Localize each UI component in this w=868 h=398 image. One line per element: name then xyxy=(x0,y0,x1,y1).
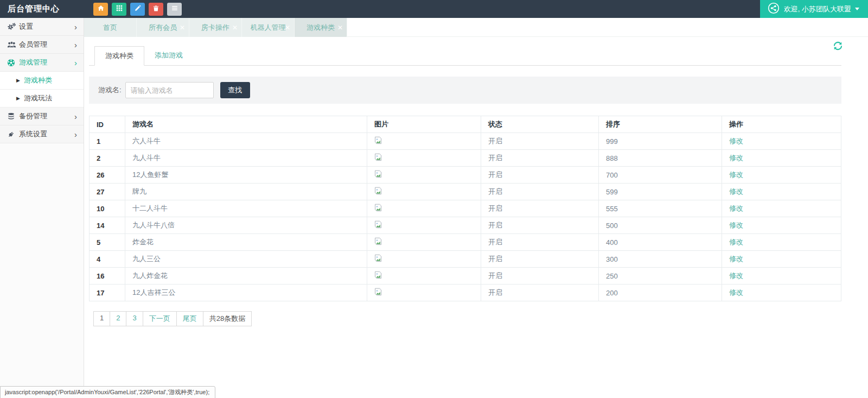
cell-image xyxy=(367,133,481,150)
broken-image-icon xyxy=(374,172,382,180)
sidebar-item[interactable]: 会员管理› xyxy=(0,36,84,54)
cell-id: 17 xyxy=(90,285,125,301)
cell-sort: 500 xyxy=(599,217,722,234)
open-tab[interactable]: 机器人管理✕ xyxy=(242,18,295,37)
cell-action: 修改 xyxy=(722,167,841,184)
sidebar-item[interactable]: 游戏管理› xyxy=(0,54,84,72)
pagination-last[interactable]: 尾页 xyxy=(176,311,203,326)
cell-image xyxy=(367,251,481,268)
open-tabs-bar: 首页所有会员✕房卡操作✕机器人管理✕游戏种类✕ xyxy=(84,18,868,37)
search-bar: 游戏名: 查找 xyxy=(89,77,841,104)
sidebar-item-label: 游戏管理 xyxy=(19,58,74,67)
pagination-next[interactable]: 下一页 xyxy=(143,311,177,326)
broken-image-icon xyxy=(374,222,382,230)
open-tab[interactable]: 房卡操作✕ xyxy=(189,18,242,37)
cell-image xyxy=(367,200,481,217)
edit-link[interactable]: 修改 xyxy=(729,255,743,263)
close-icon[interactable]: ✕ xyxy=(232,24,238,31)
open-tab-label: 机器人管理 xyxy=(251,23,286,33)
edit-link[interactable]: 修改 xyxy=(729,187,743,195)
edit-link[interactable]: 修改 xyxy=(729,137,743,145)
cell-image xyxy=(367,167,481,184)
topbar-quick-buttons xyxy=(93,3,182,16)
open-tab[interactable]: 首页 xyxy=(84,18,137,37)
cell-game-name: 九人炸金花 xyxy=(125,268,367,285)
cell-status: 开启 xyxy=(481,268,599,285)
cell-sort: 200 xyxy=(599,285,722,301)
pagination-page-1: 1 xyxy=(93,311,110,326)
cell-game-name: 九人斗牛 xyxy=(125,150,367,167)
edit-link[interactable]: 修改 xyxy=(729,271,743,280)
table-row: 1712人吉祥三公开启200修改 xyxy=(90,285,841,301)
gear-icon xyxy=(7,22,19,31)
search-label: 游戏名: xyxy=(98,85,122,95)
table-row: 2612人鱼虾蟹开启700修改 xyxy=(90,167,841,184)
sidebar-subitem-label: 游戏种类 xyxy=(24,75,52,85)
edit-link[interactable]: 修改 xyxy=(729,238,743,246)
cell-sort: 300 xyxy=(599,251,722,268)
cell-game-name: 12人吉祥三公 xyxy=(125,285,367,301)
cell-sort: 250 xyxy=(599,268,722,285)
sidebar-item-label: 备份管理 xyxy=(19,111,74,121)
trash-button[interactable] xyxy=(149,3,163,16)
cell-game-name: 九人三公 xyxy=(125,251,367,268)
column-header: 操作 xyxy=(722,116,841,133)
broken-image-icon xyxy=(374,155,382,163)
sidebar-subitem[interactable]: ▶游戏种类 xyxy=(0,72,84,90)
edit-link[interactable]: 修改 xyxy=(729,154,743,162)
cell-image xyxy=(367,150,481,167)
chevron-right-icon: › xyxy=(74,112,77,121)
user-menu[interactable]: 欢迎, 小苏团队大联盟 xyxy=(760,0,868,18)
content-panel: 游戏种类添加游戏 游戏名: 查找 ID游戏名图片状态排序操作 1六人斗牛开启99… xyxy=(84,37,868,326)
content-tabs: 游戏种类添加游戏 xyxy=(89,46,841,66)
edit-link[interactable]: 修改 xyxy=(729,221,743,229)
home-button[interactable] xyxy=(93,3,108,16)
broken-image-icon xyxy=(374,205,382,213)
grid-icon xyxy=(116,4,123,14)
refresh-icon[interactable] xyxy=(833,41,843,53)
cell-action: 修改 xyxy=(722,133,841,150)
cell-action: 修改 xyxy=(722,200,841,217)
sidebar-item[interactable]: 系统设置› xyxy=(0,125,84,143)
table-row: 10十二人斗牛开启555修改 xyxy=(90,200,841,217)
open-tab[interactable]: 所有会员✕ xyxy=(137,18,189,37)
content-tab[interactable]: 游戏种类 xyxy=(94,46,144,66)
open-tab-label: 首页 xyxy=(103,23,117,33)
list-button[interactable] xyxy=(167,3,182,16)
trash-icon xyxy=(152,5,159,14)
edit-link[interactable]: 修改 xyxy=(729,204,743,212)
pagination-page-3[interactable]: 3 xyxy=(126,311,143,326)
cell-status: 开启 xyxy=(481,217,599,234)
cell-action: 修改 xyxy=(722,184,841,200)
edit-link[interactable]: 修改 xyxy=(729,170,743,179)
pencil-button[interactable] xyxy=(130,3,145,16)
share-circle-icon xyxy=(768,2,784,16)
sidebar-item-label: 设置 xyxy=(19,22,74,31)
broken-image-icon xyxy=(374,188,382,197)
welcome-text: 欢迎, 小苏团队大联盟 xyxy=(784,4,851,14)
sidebar-item[interactable]: 设置› xyxy=(0,18,84,36)
open-tab[interactable]: 游戏种类✕ xyxy=(295,18,347,37)
topbar: 后台管理中心 欢迎, 小苏团队大联盟 xyxy=(0,0,868,18)
sidebar-subitem[interactable]: ▶游戏玩法 xyxy=(0,90,84,108)
users-icon xyxy=(7,41,19,48)
cell-action: 修改 xyxy=(722,150,841,167)
search-input[interactable] xyxy=(125,82,214,98)
close-icon[interactable]: ✕ xyxy=(337,24,343,31)
content-tab[interactable]: 添加游戏 xyxy=(144,46,193,66)
search-button[interactable]: 查找 xyxy=(220,82,250,98)
sidebar: 设置›会员管理›游戏管理›▶游戏种类▶游戏玩法备份管理›系统设置› xyxy=(0,18,84,398)
cell-id: 16 xyxy=(90,268,125,285)
table-row: 5炸金花开启400修改 xyxy=(90,234,841,251)
cell-id: 1 xyxy=(90,133,125,150)
grid-button[interactable] xyxy=(112,3,126,16)
edit-link[interactable]: 修改 xyxy=(729,288,743,296)
open-tab-label: 所有会员 xyxy=(149,23,177,33)
cell-id: 26 xyxy=(90,167,125,184)
pagination-page-2[interactable]: 2 xyxy=(110,311,126,326)
close-icon[interactable]: ✕ xyxy=(285,24,290,31)
sidebar-item[interactable]: 备份管理› xyxy=(0,108,84,125)
column-header: ID xyxy=(90,116,125,133)
close-icon[interactable]: ✕ xyxy=(180,24,185,31)
triangle-right-icon: ▶ xyxy=(16,96,20,101)
